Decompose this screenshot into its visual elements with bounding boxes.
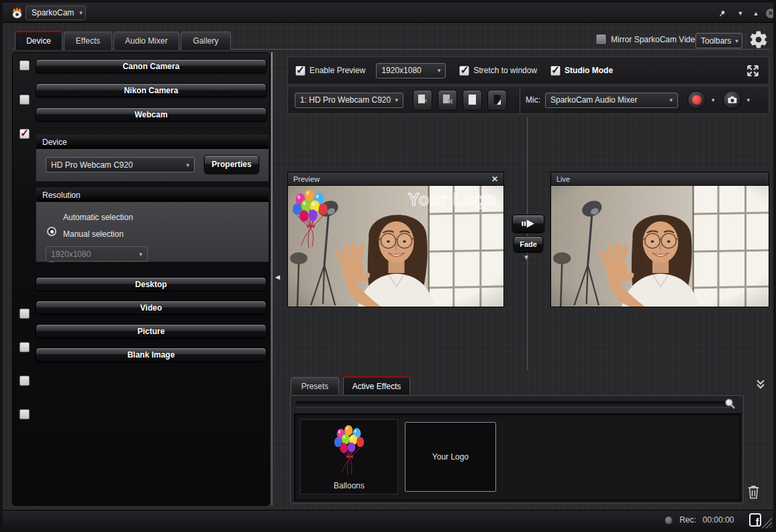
chevron-down-icon: ▾ — [731, 38, 738, 44]
tab-device[interactable]: Device — [15, 31, 62, 50]
rec-label: Rec: — [679, 515, 696, 525]
tab-active-effects[interactable]: Active Effects — [343, 376, 410, 394]
canon-camera-checkbox[interactable] — [19, 60, 30, 70]
device-select[interactable]: HD Pro Webcam C920 ▾ — [46, 157, 195, 172]
studio-mode-checkbox[interactable]: ✓ — [550, 66, 561, 76]
snapshot-button[interactable] — [723, 91, 742, 109]
video-button[interactable]: Video — [36, 301, 266, 315]
picture-checkbox[interactable] — [19, 376, 30, 386]
remove-page-icon — [441, 93, 454, 107]
camera-icon — [727, 95, 738, 105]
facebook-icon[interactable]: f — [749, 513, 762, 527]
status-bar: Rec: 00:00:00 f — [3, 510, 773, 529]
pin-icon[interactable] — [716, 8, 728, 19]
app-menu-button[interactable]: SparkoCam ▾ — [26, 5, 86, 20]
tab-gallery[interactable]: Gallery — [181, 32, 231, 50]
transition-options-caret[interactable]: ▼ — [523, 254, 530, 261]
enable-preview-checkbox[interactable]: ✓ — [295, 66, 305, 76]
device-group-header: Device — [36, 135, 269, 149]
toolbars-dropdown[interactable]: Toolbars ▾ — [695, 33, 742, 48]
resolution-group-header: Resolution — [36, 188, 269, 202]
live-header: Live — [551, 172, 769, 186]
close-icon[interactable]: ✕ — [765, 8, 776, 19]
corner-image-button[interactable] — [487, 90, 507, 111]
minimize-icon[interactable]: ▼ — [734, 8, 746, 19]
preview-close-icon[interactable]: ✕ — [491, 174, 498, 184]
chevron-down-icon: ▾ — [182, 162, 189, 168]
chevron-down-icon: ▾ — [79, 9, 83, 16]
scene-source-select[interactable]: 1: HD Pro Webcam C920 ▾ — [295, 93, 403, 108]
canon-camera-button[interactable]: Canon Camera — [36, 59, 266, 73]
blank-image-button[interactable]: Blank Image — [36, 348, 266, 362]
manual-resolution-label[interactable]: Manual selection — [63, 229, 124, 239]
webcam-button[interactable]: Webcam — [36, 107, 266, 121]
effect-tile-label: Balloons — [301, 481, 397, 490]
live-video — [551, 186, 769, 307]
resize-grip[interactable] — [761, 517, 772, 529]
logo-watermark: Your Logo — [408, 190, 497, 209]
collapse-panel-arrow[interactable]: ◀ — [275, 274, 280, 280]
snapshot-options-caret[interactable]: ▾ — [746, 97, 752, 103]
corner-page-icon — [491, 93, 504, 107]
effect-tile-your-logo[interactable]: Your Logo — [405, 422, 496, 492]
delete-effect-trash-icon[interactable] — [746, 483, 761, 501]
panel-splitter[interactable] — [271, 52, 273, 506]
desktop-checkbox[interactable] — [19, 309, 30, 319]
video-checkbox[interactable] — [19, 342, 30, 352]
enable-preview-label: Enable Preview — [309, 66, 365, 75]
source-toolbar: 1: HD Pro Webcam C920 ▾ — [287, 86, 769, 114]
tab-audio-mixer[interactable]: Audio Mixer — [113, 32, 179, 50]
stretch-to-window-label: Stretch to window — [473, 66, 537, 75]
preview-resolution-select[interactable]: 1920x1080 ▾ — [376, 63, 446, 78]
effect-tile-balloons[interactable]: Balloons — [300, 419, 398, 494]
tab-effects[interactable]: Effects — [64, 32, 112, 50]
white-image-button[interactable] — [463, 90, 482, 111]
record-dot-icon — [692, 95, 701, 105]
magnifier-slider-handle[interactable] — [723, 397, 738, 412]
properties-button[interactable]: Properties — [204, 155, 259, 174]
app-menu-label: SparkoCam — [32, 8, 74, 17]
nikon-camera-button[interactable]: Nikon Camera — [36, 83, 266, 97]
resolution-group: Resolution Automatic selection Manual se… — [36, 187, 269, 262]
record-button[interactable] — [687, 91, 706, 109]
fade-button[interactable]: Fade — [514, 236, 543, 252]
device-group: Device HD Pro Webcam C920 ▾ Properties — [36, 134, 269, 182]
sources-panel: Canon Camera Nikon Camera ✓ Webcam Devic… — [12, 52, 270, 506]
nikon-camera-checkbox[interactable] — [19, 95, 30, 105]
mic-label: Mic: — [526, 95, 540, 105]
app-logo-icon — [11, 6, 23, 19]
mirror-video-checkbox[interactable] — [596, 34, 606, 44]
active-effects-strip: Balloons Your Logo — [294, 413, 741, 501]
live-scene — [551, 186, 769, 307]
mic-select[interactable]: SparkoCam Audio Mixer ▾ — [545, 93, 678, 108]
remove-scene-button[interactable] — [438, 90, 457, 111]
fullscreen-icon[interactable] — [744, 62, 761, 79]
balloons-thumbnail — [332, 424, 368, 478]
record-indicator-icon — [665, 516, 673, 525]
record-options-caret[interactable]: ▾ — [710, 97, 716, 103]
resolution-select[interactable]: 1920x1080 ▾ — [46, 246, 148, 262]
tab-presets[interactable]: Presets — [291, 377, 339, 394]
go-live-button[interactable] — [512, 215, 544, 233]
title-bar: SparkoCam ▾ ▼ ▲ ✕ — [3, 3, 773, 23]
preview-monitor: Preview ✕ Your Logo — [287, 172, 504, 307]
auto-resolution-radio[interactable] — [47, 227, 56, 236]
desktop-button[interactable]: Desktop — [36, 277, 266, 291]
stretch-to-window-checkbox[interactable]: ✓ — [459, 66, 469, 76]
picture-button[interactable]: Picture — [36, 324, 266, 338]
audio-record-controls: Mic: SparkoCam Audio Mixer ▾ ▾ ▾ — [520, 87, 769, 113]
balloons-effect-overlay — [290, 188, 332, 251]
mirror-video-label: Mirror SparkoCam Video — [611, 35, 699, 44]
add-scene-button[interactable] — [413, 90, 432, 111]
maximize-icon[interactable]: ▲ — [750, 8, 762, 19]
thumbnail-zoom-slider[interactable] — [295, 401, 732, 407]
rec-time: 00:00:00 — [703, 515, 734, 525]
blank-image-checkbox[interactable] — [19, 409, 30, 419]
transition-arrow-icon — [521, 219, 536, 229]
collapse-panel-chevrons-icon[interactable] — [755, 378, 767, 390]
white-page-icon — [466, 93, 479, 107]
auto-resolution-label[interactable]: Automatic selection — [63, 213, 133, 222]
settings-gear-icon[interactable] — [748, 30, 769, 50]
studio-mode-label: Studio Mode — [565, 66, 613, 75]
webcam-checkbox[interactable]: ✓ — [19, 129, 30, 139]
